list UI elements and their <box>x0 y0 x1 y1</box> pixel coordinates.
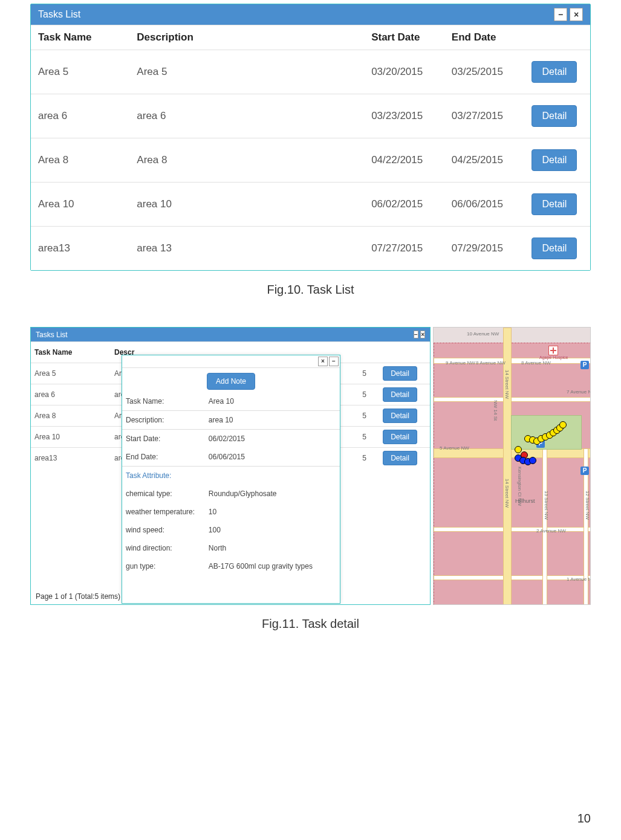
detail-button[interactable]: Detail <box>383 409 417 423</box>
hospital-icon[interactable] <box>548 346 558 355</box>
figure-caption: Fig.11. Task detail <box>30 617 591 631</box>
street-label: 8 Avenue NW <box>476 360 506 366</box>
add-note-button[interactable]: Add Note <box>207 373 255 390</box>
minimize-icon[interactable]: − <box>414 331 418 338</box>
cell-end-date: 06/06/2015 <box>444 183 525 227</box>
close-icon[interactable]: × <box>318 357 328 366</box>
table-row: Area 8Area 804/22/201504/25/2015Detail <box>31 138 590 183</box>
cell-end-date: 07/29/2015 <box>444 227 525 271</box>
attribute-value: 100 <box>205 521 340 539</box>
cell-task-name: Area 10 <box>31 427 111 448</box>
col-description[interactable]: Description <box>129 25 364 50</box>
detail-button[interactable]: Detail <box>532 149 577 171</box>
attribute-key: weather temperature: <box>122 503 205 521</box>
attribute-key: wind direction: <box>122 539 205 557</box>
task-detail-popup: × − Add Note Task Name: Area 10 Descript… <box>122 355 340 604</box>
minimize-icon[interactable]: − <box>554 8 567 21</box>
parking-icon[interactable]: P <box>580 361 589 369</box>
street-label: 14 Street NW <box>504 479 510 508</box>
cell-description: Area 5 <box>129 50 364 94</box>
street-label: 10 Avenue NW <box>467 331 499 337</box>
attribute-row: weather temperature:10 <box>122 503 340 521</box>
detail-button[interactable]: Detail <box>383 451 417 465</box>
cell-start-date: 03/23/2015 <box>364 94 444 138</box>
attribute-value: 10 <box>205 503 340 521</box>
street-label: 12 Street NW <box>585 491 590 520</box>
detail-button[interactable]: Detail <box>532 193 577 215</box>
field-start-date-value: 06/02/2015 <box>205 430 340 448</box>
col-start-date[interactable]: Start Date <box>364 25 444 50</box>
panel-title: Tasks List <box>36 331 68 339</box>
field-start-date-label: Start Date: <box>122 430 205 448</box>
field-description-value: area 10 <box>205 411 340 430</box>
attribute-key: gun type: <box>122 557 205 575</box>
attribute-value: North <box>205 539 340 557</box>
col-end-date[interactable]: End Date <box>444 25 525 50</box>
attribute-row: chemical type:Roundup/Glyphosate <box>122 485 340 503</box>
cell-task-name: Area 5 <box>31 50 129 94</box>
table-row: area 6area 603/23/201503/27/2015Detail <box>31 94 590 138</box>
street-label: 2 Avenue NW <box>536 528 566 534</box>
attribute-value: AB-17G 600ml cup gravity types <box>205 557 340 575</box>
cell-description: area 10 <box>129 183 364 227</box>
street-label: NW 14 St <box>493 400 498 421</box>
cell-task-name: area 6 <box>31 94 129 138</box>
cell-end-date: 03/25/2015 <box>444 50 525 94</box>
detail-button[interactable]: Detail <box>383 430 417 444</box>
cell-task-name: Area 8 <box>31 405 111 427</box>
map-point-icon[interactable] <box>559 421 567 428</box>
task-attribute-heading: Task Attribute: <box>122 467 340 485</box>
tasks-table: Task Name Description Start Date End Dat… <box>31 25 590 270</box>
street-label: 13 Street NW <box>544 491 549 520</box>
popup-titlebar[interactable]: × − <box>122 355 340 368</box>
cell-description: area 6 <box>129 94 364 138</box>
map-canvas[interactable]: P P P Agape Hospice 10 Avenue NW 9 Avenu… <box>434 328 590 604</box>
cell-task-name: area13 <box>31 227 129 271</box>
figure-caption: Fig.10. Task List <box>30 283 591 297</box>
street-label: 8 Avenue NW <box>521 360 551 366</box>
cell-start-date: 06/02/2015 <box>364 183 444 227</box>
col-task-name[interactable]: Task Name <box>31 342 111 363</box>
attribute-key: chemical type: <box>122 485 205 503</box>
panel-header[interactable]: Tasks List − × <box>31 4 590 25</box>
detail-button[interactable]: Detail <box>532 105 577 127</box>
table-row: Area 5Area 503/20/201503/25/2015Detail <box>31 50 590 94</box>
detail-button[interactable]: Detail <box>383 366 417 381</box>
map-point-icon[interactable] <box>529 457 536 464</box>
cell-task-name: area 6 <box>31 384 111 405</box>
close-icon[interactable]: × <box>570 8 583 21</box>
cell-task-name: Area 5 <box>31 363 111 384</box>
cell-description: Area 8 <box>129 138 364 183</box>
pagination-status: Page 1 of 1 (Total:5 items) <box>36 592 120 601</box>
street-label: 7 Avenue NW <box>567 389 591 395</box>
cell-end-date: 03/27/2015 <box>444 94 525 138</box>
table-header-row: Task Name Description Start Date End Dat… <box>31 25 590 50</box>
popup-body[interactable]: Task Name: Area 10 Description: area 10 … <box>122 392 340 598</box>
panel-title: Tasks List <box>38 9 80 20</box>
cell-task-name: Area 8 <box>31 138 129 183</box>
parking-icon[interactable]: P <box>580 467 589 475</box>
detail-button[interactable]: Detail <box>532 61 577 83</box>
street-label: 5 Avenue NW <box>440 445 469 451</box>
map-point-icon[interactable] <box>515 446 522 453</box>
col-task-name[interactable]: Task Name <box>31 25 129 50</box>
cell-description: area 13 <box>129 227 364 271</box>
field-end-date-label: End Date: <box>122 448 205 467</box>
close-icon[interactable]: × <box>420 331 425 338</box>
detail-button[interactable]: Detail <box>383 387 417 402</box>
detail-button[interactable]: Detail <box>532 237 577 259</box>
table-row: area13area 1307/27/201507/29/2015Detail <box>31 227 590 271</box>
district-label: Hillhurst <box>515 498 535 504</box>
field-description-label: Description: <box>122 411 205 430</box>
street-label: 9 Avenue NW <box>446 360 475 366</box>
minimize-icon[interactable]: − <box>329 357 339 366</box>
hospital-label: Agape Hospice <box>539 355 568 360</box>
page-number: 10 <box>577 812 591 825</box>
cell-task-name: area13 <box>31 448 111 469</box>
attribute-row: gun type:AB-17G 600ml cup gravity types <box>122 557 340 575</box>
map-pane[interactable]: P P P Agape Hospice 10 Avenue NW 9 Avenu… <box>433 327 591 605</box>
panel-header[interactable]: Tasks List − × <box>31 328 430 341</box>
cell-start-date: 07/27/2015 <box>364 227 444 271</box>
table-row: Area 10area 1006/02/201506/06/2015Detail <box>31 183 590 227</box>
street-label: 1 Avenue NW <box>567 577 591 582</box>
